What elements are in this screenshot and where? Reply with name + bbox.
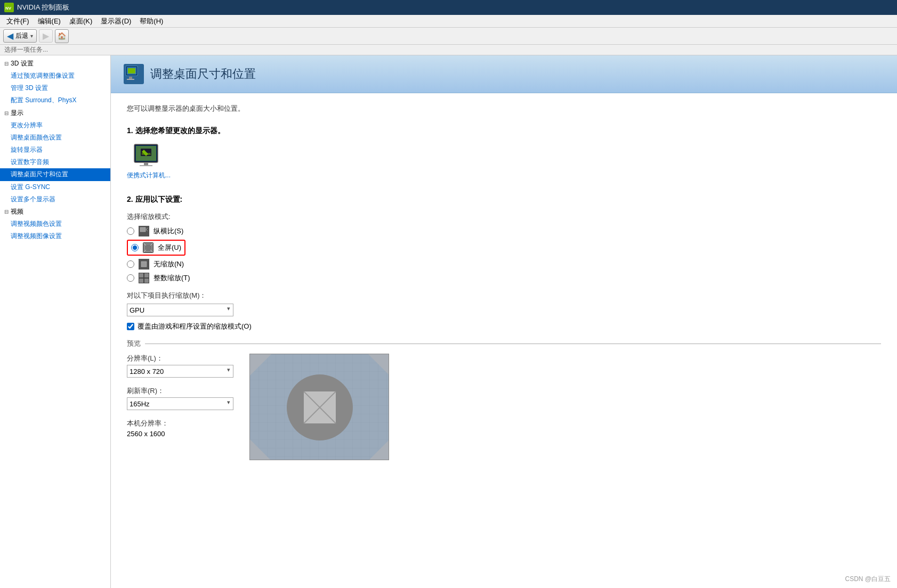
radio-option-noscale: 无缩放(N) — [127, 259, 881, 270]
settings-section: 2. 应用以下设置: 选择缩放模式: 纵横比(S) — [127, 195, 881, 460]
section2-title: 2. 应用以下设置: — [127, 195, 881, 205]
sidebar-item-multi-display[interactable]: 设置多个显示器 — [0, 193, 110, 206]
menu-display[interactable]: 显示器(D) — [96, 15, 135, 27]
content-body: 您可以调整显示器的桌面大小和位置。 1. 选择您希望更改的显示器。 NVIDIA — [111, 93, 897, 471]
preview-label: 预览 — [127, 339, 141, 348]
svg-rect-14 — [144, 162, 148, 165]
preview-section: 预览 分辨率(L)： 1280 x 720 1920 x 1080 — [127, 339, 881, 460]
preview-controls: 分辨率(L)： 1280 x 720 1920 x 1080 2560 x 14… — [127, 354, 233, 442]
expand-3d-icon: ⊟ — [4, 61, 9, 67]
svg-rect-34 — [139, 279, 143, 283]
toolbar: ◀ 后退 ▾ ▶ 🏠 — [0, 28, 897, 45]
resolution-dropdown[interactable]: 1280 x 720 1920 x 1080 2560 x 1440 — [127, 365, 233, 378]
scale-mode-label: 选择缩放模式: — [127, 212, 881, 222]
perform-on-label: 对以下项目执行缩放(M)： — [127, 291, 881, 300]
override-checkbox-row: 覆盖由游戏和程序设置的缩放模式(O) — [127, 322, 881, 331]
perform-on-dropdown-wrapper: GPU 显示器 — [127, 304, 233, 316]
preview-layout: 分辨率(L)： 1280 x 720 1920 x 1080 2560 x 14… — [127, 354, 881, 460]
noscale-label: 无缩放(N) — [153, 259, 184, 269]
svg-rect-8 — [127, 79, 134, 80]
svg-text:NV: NV — [5, 6, 12, 11]
sidebar-item-desktop-size[interactable]: 调整桌面尺寸和位置 — [0, 168, 110, 181]
menu-help[interactable]: 帮助(H) — [135, 15, 167, 27]
content-description: 您可以调整显示器的桌面大小和位置。 — [127, 104, 881, 113]
preview-line — [145, 344, 881, 344]
svg-rect-32 — [139, 273, 143, 277]
preview-canvas — [249, 354, 389, 460]
menu-edit[interactable]: 编辑(E) — [34, 15, 65, 27]
sidebar-category-3d: ⊟ 3D 设置 — [0, 58, 110, 70]
fullscreen-label: 全屏(U) — [158, 243, 181, 252]
radio-fullscreen[interactable] — [131, 244, 139, 251]
resolution-dropdown-wrapper: 1280 x 720 1920 x 1080 2560 x 1440 — [127, 365, 233, 378]
back-button[interactable]: ◀ 后退 ▾ — [3, 29, 37, 43]
refresh-dropdown[interactable]: 165Hz 144Hz 60Hz — [127, 397, 233, 410]
monitor-icon: NVIDIA — [133, 143, 164, 169]
perform-on-dropdown[interactable]: GPU 显示器 — [127, 304, 233, 316]
native-res-group: 本机分辨率： 2560 x 1600 — [127, 419, 233, 438]
aspect-ratio-label: 纵横比(S) — [153, 226, 183, 236]
svg-rect-35 — [144, 279, 149, 283]
native-res-value: 2560 x 1600 — [127, 430, 233, 438]
svg-text:NVIDIA: NVIDIA — [142, 152, 151, 156]
noscale-icon — [139, 259, 149, 270]
sidebar: ⊟ 3D 设置 通过预览调整图像设置 管理 3D 设置 配置 Surround、… — [0, 55, 111, 588]
watermark: CSDN @白豆五 — [845, 575, 891, 584]
sidebar-item-digital-audio[interactable]: 设置数字音频 — [0, 156, 110, 168]
override-label: 覆盖由游戏和程序设置的缩放模式(O) — [138, 322, 252, 331]
home-icon: 🏠 — [58, 32, 66, 40]
sidebar-item-manage-3d[interactable]: 管理 3D 设置 — [0, 82, 110, 94]
perform-on-row: GPU 显示器 — [127, 304, 881, 316]
app-title: NVIDIA 控制面板 — [17, 3, 69, 12]
radio-integer[interactable] — [127, 274, 134, 282]
sidebar-category-video: ⊟ 视频 — [0, 206, 110, 218]
aspect-ratio-icon — [139, 226, 149, 236]
sidebar-item-desktop-color[interactable]: 调整桌面颜色设置 — [0, 132, 110, 144]
sidebar-category-display: ⊟ 显示 — [0, 107, 110, 119]
forward-arrow-icon: ▶ — [43, 31, 49, 41]
sidebar-item-gsync[interactable]: 设置 G-SYNC — [0, 181, 110, 193]
sidebar-item-rotate-display[interactable]: 旋转显示器 — [0, 144, 110, 156]
sidebar-item-preview-adjust[interactable]: 通过预览调整图像设置 — [0, 70, 110, 82]
content-title: 调整桌面尺寸和位置 — [150, 66, 256, 82]
refresh-group: 刷新率(R)： 165Hz 144Hz 60Hz — [127, 386, 233, 410]
task-bar: 选择一项任务... — [0, 45, 897, 55]
override-checkbox[interactable] — [127, 323, 134, 330]
svg-rect-6 — [128, 68, 135, 74]
sidebar-category-video-label: 视频 — [11, 207, 23, 216]
sidebar-category-3d-label: 3D 设置 — [11, 59, 34, 68]
svg-rect-15 — [140, 165, 152, 166]
radio-group-scale: 纵横比(S) 全屏( — [127, 226, 881, 283]
radio-option-integer: 整数缩放(T) — [127, 273, 881, 283]
back-label: 后退 — [15, 31, 28, 40]
nvidia-icon: NV — [4, 3, 14, 12]
integer-scale-icon — [139, 273, 149, 283]
sidebar-item-surround-physx[interactable]: 配置 Surround、PhysX — [0, 94, 110, 107]
menu-bar: 文件(F) 编辑(E) 桌面(K) 显示器(D) 帮助(H) — [0, 15, 897, 28]
radio-option-fullscreen-wrapper: 全屏(U) — [127, 240, 185, 256]
expand-video-icon: ⊟ — [4, 209, 9, 215]
expand-display-icon: ⊟ — [4, 110, 9, 116]
sidebar-item-video-color[interactable]: 调整视频颜色设置 — [0, 218, 110, 230]
svg-rect-29 — [141, 262, 147, 267]
radio-aspect[interactable] — [127, 227, 134, 235]
radio-option-aspect: 纵横比(S) — [127, 226, 881, 236]
preview-divider: 预览 — [127, 339, 881, 348]
sidebar-item-video-image[interactable]: 调整视频图像设置 — [0, 230, 110, 242]
forward-button[interactable]: ▶ — [39, 29, 53, 43]
radio-noscale[interactable] — [127, 260, 134, 268]
task-label: 选择一项任务... — [4, 45, 48, 54]
header-icon — [124, 64, 144, 84]
fullscreen-icon — [143, 242, 153, 253]
home-button[interactable]: 🏠 — [55, 29, 69, 43]
back-arrow-icon: ◀ — [7, 31, 13, 41]
monitor-item[interactable]: NVIDIA 便携式计算机... — [127, 143, 171, 180]
menu-file[interactable]: 文件(F) — [2, 15, 34, 27]
refresh-dropdown-wrapper: 165Hz 144Hz 60Hz — [127, 397, 233, 410]
menu-desktop[interactable]: 桌面(K) — [65, 15, 96, 27]
sidebar-item-change-resolution[interactable]: 更改分辨率 — [0, 119, 110, 132]
resolution-group: 分辨率(L)： 1280 x 720 1920 x 1080 2560 x 14… — [127, 354, 233, 378]
section1-title: 1. 选择您希望更改的显示器。 — [127, 126, 881, 136]
content-header: 调整桌面尺寸和位置 — [111, 55, 897, 93]
monitor-label: 便携式计算机... — [127, 171, 171, 180]
